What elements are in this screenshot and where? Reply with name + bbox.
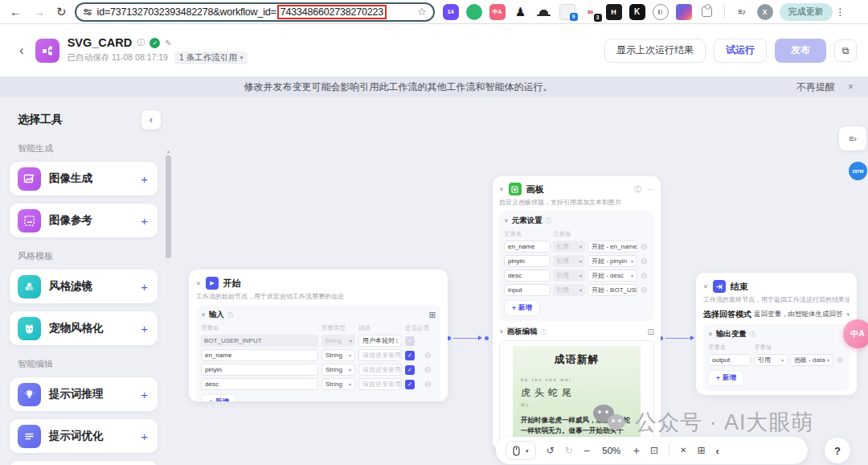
- edge-start-to-board[interactable]: [447, 336, 489, 340]
- extension-translate-icon[interactable]: 中A: [489, 4, 506, 20]
- bookmark-star-icon[interactable]: ☆: [417, 6, 427, 18]
- add-row-button[interactable]: +新增: [708, 370, 744, 386]
- sidebar-item-image-reference[interactable]: 图像参考 +: [10, 204, 158, 237]
- workflow-canvas[interactable]: 选择工具 ‹ 智能生成 图像生成 + 图像参考 + 风格模板 风格滤镜 + 宠物…: [0, 97, 868, 465]
- collapse-nodes-icon[interactable]: ✕: [680, 446, 686, 455]
- sidebar-collapse-button[interactable]: ‹: [141, 110, 161, 130]
- element-ref-select[interactable]: 开始 - BOT_USE▾: [588, 284, 637, 296]
- extension-home-icon[interactable]: 14: [443, 4, 459, 20]
- more-icon[interactable]: ···: [647, 185, 654, 193]
- url-bar[interactable]: id=7371327032393482278&workflow_id=74334…: [75, 2, 435, 22]
- help-button[interactable]: ?: [825, 438, 850, 463]
- back-button[interactable]: ‹: [19, 43, 24, 59]
- remove-row-icon[interactable]: ⊖: [423, 380, 432, 389]
- element-name-input[interactable]: desc: [504, 270, 551, 282]
- variable-desc-input[interactable]: 请描述变量用途: [358, 349, 402, 361]
- playlist-icon[interactable]: ≡♪: [734, 4, 750, 20]
- notice-close-icon[interactable]: ×: [848, 81, 854, 93]
- element-ref-select[interactable]: 开始 - en_name▾: [588, 241, 637, 253]
- variable-desc-input[interactable]: 请描述变量用途: [358, 364, 402, 376]
- add-field-icon[interactable]: ⊞: [429, 311, 436, 319]
- remove-row-icon[interactable]: ⊖: [640, 271, 648, 280]
- extension-green-icon[interactable]: [466, 4, 482, 20]
- sidebar-item-image-generate[interactable]: 图像生成 +: [10, 162, 158, 195]
- collapse-node-icon[interactable]: ∨: [703, 283, 708, 289]
- variable-desc-input[interactable]: 用户本轮对▴▾: [358, 335, 402, 347]
- answer-mode-row[interactable]: 选择回答模式 返回变量，由智能体生成回答 ▾: [703, 309, 850, 320]
- scrollbar-thumb[interactable]: [166, 155, 171, 258]
- element-name-input[interactable]: en_name: [504, 241, 551, 253]
- element-name-input[interactable]: pinyin: [504, 255, 551, 267]
- info-icon[interactable]: ⓘ: [634, 184, 641, 195]
- browser-back-icon[interactable]: ←: [10, 5, 22, 19]
- variable-type-select[interactable]: String▾: [321, 349, 355, 361]
- output-name-input[interactable]: output: [708, 354, 751, 366]
- extension-hat-icon[interactable]: [536, 4, 552, 20]
- extension-puzzle-icon[interactable]: [699, 4, 715, 20]
- variable-name-input[interactable]: desc: [201, 378, 318, 390]
- add-row-button[interactable]: +新增: [504, 300, 540, 316]
- required-checkbox[interactable]: ✓: [405, 351, 415, 360]
- remove-row-icon[interactable]: ⊖: [423, 351, 432, 360]
- site-settings-icon[interactable]: [83, 7, 92, 17]
- element-ref-select[interactable]: 开始 - desc▾: [588, 270, 637, 282]
- layout-grid-icon[interactable]: ⊞: [697, 446, 705, 455]
- remove-row-icon[interactable]: ⊖: [640, 242, 648, 251]
- profile-avatar[interactable]: X: [757, 4, 773, 20]
- remove-row-icon[interactable]: ⊖: [640, 286, 648, 294]
- extension-k-icon[interactable]: K: [629, 4, 645, 20]
- collapse-section-icon[interactable]: ∨: [504, 218, 509, 224]
- show-last-run-button[interactable]: 显示上次运行结果: [604, 39, 706, 63]
- node-end[interactable]: ∨ 结束 工作流的最终节点，用于返回工作流运行后的结果信息 选择回答模式 返回变…: [696, 273, 857, 395]
- add-node-button[interactable]: +: [141, 214, 148, 228]
- add-row-button[interactable]: +新增: [201, 394, 237, 401]
- extension-pause-icon[interactable]: [653, 4, 669, 20]
- fit-view-icon[interactable]: ⊡: [650, 446, 658, 455]
- info-icon[interactable]: ⓘ: [137, 37, 145, 48]
- variable-name-input[interactable]: en_name: [201, 349, 318, 361]
- element-ref-select[interactable]: 开始 - pinyin▾: [588, 255, 637, 267]
- add-node-button[interactable]: +: [141, 322, 148, 335]
- collapse-section-icon[interactable]: ∨: [499, 329, 504, 335]
- publish-button[interactable]: 发布: [775, 39, 826, 63]
- translate-fab-button[interactable]: 中A: [843, 319, 868, 348]
- required-checkbox[interactable]: ✓: [405, 365, 415, 375]
- add-node-button[interactable]: +: [141, 388, 148, 401]
- memory-badge[interactable]: 287M: [849, 162, 867, 180]
- node-start[interactable]: ∨ ▶ 开始 工作流的起始节点，用于设定启动工作流需要的信息 ∨ 输入 ⓘ ⊞ …: [189, 270, 448, 401]
- variable-desc-input[interactable]: 请描述变量用途: [358, 378, 402, 390]
- edit-title-icon[interactable]: ✎: [165, 39, 171, 47]
- workflow-ref-dropdown[interactable]: 1 条工作流引用▾: [174, 51, 248, 64]
- expand-editor-icon[interactable]: ⊡: [648, 327, 654, 336]
- browser-reload-icon[interactable]: ↻: [56, 5, 67, 19]
- extension-session-icon[interactable]: 9: [559, 4, 575, 20]
- zoom-level[interactable]: 50%: [600, 446, 623, 455]
- scroll-up-icon[interactable]: ▲: [166, 149, 171, 154]
- extension-image-icon[interactable]: [676, 4, 692, 20]
- pointer-tool-select[interactable]: ▾: [506, 441, 536, 460]
- sidebar-item-style-filter[interactable]: 风格滤镜 +: [10, 270, 158, 303]
- collapse-node-icon[interactable]: ∨: [499, 186, 504, 191]
- extension-ninja-icon[interactable]: ♟: [513, 4, 529, 20]
- variable-type-select[interactable]: String▾: [321, 364, 355, 376]
- url-text[interactable]: id=7371327032393482278&workflow_id=74334…: [97, 6, 387, 18]
- collapse-section-icon[interactable]: ∨: [201, 312, 206, 318]
- collapse-section-icon[interactable]: ∨: [708, 331, 713, 337]
- add-node-button[interactable]: +: [141, 430, 148, 443]
- add-node-button[interactable]: +: [141, 280, 148, 294]
- sidebar-item-pet-stylize[interactable]: 宠物风格化 +: [10, 311, 158, 345]
- zoom-out-icon[interactable]: −: [583, 445, 590, 456]
- extension-h-icon[interactable]: H: [606, 4, 622, 20]
- browser-forward-icon[interactable]: →: [33, 5, 45, 19]
- browser-menu-icon[interactable]: ⋮: [836, 6, 845, 18]
- right-panel-toggle-button[interactable]: ≡›: [839, 126, 866, 150]
- sidebar-item-face-swap[interactable]: 智能换脸 +: [10, 461, 158, 465]
- element-name-input[interactable]: input: [504, 284, 551, 296]
- board-preview[interactable]: 成语新解 hǔ tóu shé wěi 虎头蛇尾 释义 开始时像老虎一样威风，后…: [499, 340, 654, 450]
- sidebar-item-prompt-optimize[interactable]: 提示词优化 +: [10, 419, 158, 453]
- undo-icon[interactable]: ↺: [547, 446, 555, 455]
- edge-board-to-end[interactable]: [659, 336, 701, 340]
- remove-row-icon[interactable]: ⊖: [836, 356, 844, 364]
- duplicate-window-icon[interactable]: ⧉: [834, 39, 857, 62]
- extension-chain-icon[interactable]: ∞3: [583, 4, 599, 20]
